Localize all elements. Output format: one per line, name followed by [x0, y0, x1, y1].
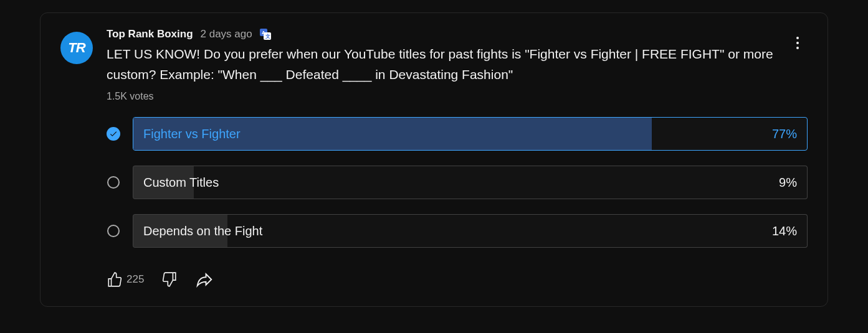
- radio-unselected-icon: [107, 224, 120, 238]
- poll-option-percent: 9%: [779, 176, 797, 190]
- poll-bar: Depends on the Fight 14%: [133, 214, 808, 248]
- poll-option-percent: 77%: [772, 127, 797, 141]
- share-button[interactable]: [195, 270, 214, 289]
- svg-text:文: 文: [265, 34, 270, 39]
- more-actions-button[interactable]: [785, 30, 810, 55]
- translate-icon[interactable]: A 文: [260, 29, 271, 40]
- radio-selected-icon: [107, 127, 120, 141]
- poll-bar: Fighter vs Fighter 77%: [133, 117, 808, 151]
- thumbs-down-icon: [161, 271, 178, 288]
- poll-option-label: Custom Titles: [143, 176, 219, 190]
- more-vertical-icon: [796, 37, 799, 49]
- post-actions: 225: [107, 270, 808, 289]
- poll-option-label: Fighter vs Fighter: [143, 127, 241, 141]
- community-post-card: TR Top Rank Boxing 2 days ago A 文 LET US…: [40, 12, 828, 307]
- channel-name-link[interactable]: Top Rank Boxing: [107, 28, 193, 40]
- poll-options: Fighter vs Fighter 77% Custom Titles: [107, 117, 808, 248]
- thumbs-up-icon: [107, 271, 123, 288]
- votes-count: 1.5K votes: [107, 91, 808, 102]
- poll-option-label: Depends on the Fight: [143, 224, 262, 238]
- post-text: LET US KNOW! Do you prefer when our YouT…: [107, 44, 808, 85]
- channel-avatar[interactable]: TR: [60, 32, 93, 64]
- post-timestamp[interactable]: 2 days ago: [201, 28, 252, 40]
- poll-option[interactable]: Fighter vs Fighter 77%: [107, 117, 808, 151]
- poll-option-percent: 14%: [772, 224, 797, 238]
- like-button[interactable]: 225: [107, 271, 144, 288]
- poll-bar: Custom Titles 9%: [133, 166, 808, 199]
- poll-option[interactable]: Depends on the Fight 14%: [107, 214, 808, 248]
- like-count: 225: [126, 273, 144, 286]
- avatar-initials: TR: [68, 40, 85, 56]
- dislike-button[interactable]: [161, 271, 178, 288]
- radio-unselected-icon: [107, 176, 120, 189]
- share-icon: [195, 270, 214, 289]
- poll-option[interactable]: Custom Titles 9%: [107, 166, 808, 199]
